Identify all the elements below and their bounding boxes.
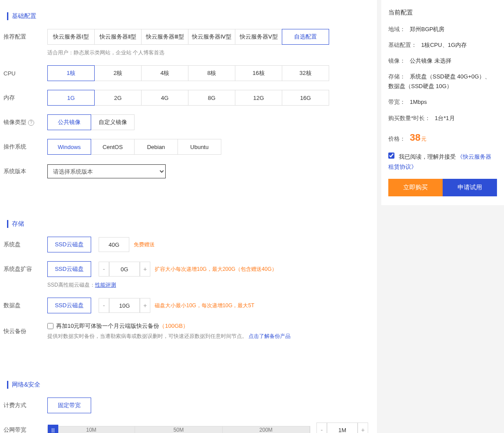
img-opts-option-1[interactable]: 自定义镜像 — [91, 114, 135, 130]
cpu-opts-option-4[interactable]: 16核 — [235, 65, 282, 81]
datadisk-plus[interactable]: + — [140, 298, 150, 313]
rec-opts-option-4[interactable]: 快云服务器Ⅴ型 — [235, 29, 282, 45]
os-opts-option-3[interactable]: Ubuntu — [177, 139, 221, 155]
section-title-basic: 基础配置 — [7, 12, 368, 20]
sysdisk-type[interactable]: SSD云磁盘 — [47, 237, 91, 252]
mem-opts-option-5[interactable]: 16G — [282, 90, 329, 106]
bandwidth-handle[interactable] — [48, 425, 58, 433]
rec-opts-option-3[interactable]: 快云服务器Ⅳ型 — [188, 29, 235, 45]
help-icon[interactable]: ? — [28, 120, 34, 126]
label-backup: 快云备份 — [4, 327, 47, 335]
datadisk-size[interactable]: 10G — [109, 298, 140, 313]
summary-basic: 1核CPU、1G内存 — [421, 40, 467, 50]
backup-checkbox-row[interactable]: 再加10元即可体验一个月云端版快云备份 （100GB） — [47, 322, 188, 330]
section-title-storage: 存储 — [7, 220, 368, 228]
summary-bandwidth: 1Mbps — [410, 97, 427, 107]
label-datadisk: 数据盘 — [4, 302, 47, 309]
cpu-opts-option-1[interactable]: 2核 — [94, 65, 142, 81]
trial-button[interactable]: 申请试用 — [443, 179, 497, 196]
slider-mark-200m: 200M — [223, 426, 310, 433]
label-memory: 内存 — [4, 94, 47, 102]
summary-sidebar: 当前配置 地域：郑州BGP机房 基础配置：1核CPU、1G内存 镜像：公共镜像 … — [381, 0, 504, 205]
os-opts-option-2[interactable]: Debian — [134, 139, 178, 155]
label-image-type: 镜像类型? — [4, 118, 47, 126]
os-opts-option-1[interactable]: CentOS — [91, 139, 135, 155]
cpu-opts-option-0[interactable]: 1核 — [47, 65, 95, 81]
slider-mark-10m: 10M — [48, 426, 135, 433]
summary-image: 公共镜像 未选择 — [410, 56, 451, 66]
label-bandwidth: 公网带宽 — [4, 426, 47, 433]
cpu-opts-option-2[interactable]: 4核 — [141, 65, 188, 81]
mem-opts-option-3[interactable]: 8G — [188, 90, 235, 106]
network-panel: 网络&安全 计费方式 固定带宽 公网带宽 10M 50M 200M - 1M + — [0, 369, 377, 433]
buy-button[interactable]: 立即购买 — [388, 179, 443, 196]
mem-opts-option-2[interactable]: 4G — [141, 90, 188, 106]
datadisk-note: 磁盘大小最小10G，每次递增10G，最大5T — [155, 302, 254, 309]
rec-opts-option-2[interactable]: 快云服务器Ⅲ型 — [141, 29, 188, 45]
rec-opts-option-0[interactable]: 快云服务器Ⅰ型 — [47, 29, 95, 45]
datadisk-minus[interactable]: - — [99, 298, 109, 313]
label-sysversion: 系统版本 — [4, 167, 47, 175]
bandwidth-slider[interactable]: 10M 50M 200M — [47, 426, 310, 433]
rec-opts-option-5[interactable]: 自选配置 — [282, 29, 329, 45]
bandwidth-plus[interactable]: + — [358, 422, 368, 433]
rec-opts-option-1[interactable]: 快云服务器Ⅱ型 — [94, 29, 142, 45]
agree-row[interactable]: 我已阅读，理解并接受 《快云服务器租赁协议》 — [388, 153, 491, 170]
img-opts-option-0[interactable]: 公共镜像 — [47, 114, 91, 130]
label-cpu: CPU — [4, 70, 47, 77]
summary-qty: 1台*1月 — [435, 114, 455, 123]
recommend-hint: 适合用户：静态展示类网站，企业站 个人博客首选 — [4, 49, 368, 57]
summary-region: 郑州BGP机房 — [410, 25, 444, 34]
system-version-select[interactable]: 请选择系统版本 — [47, 164, 166, 178]
label-billing: 计费方式 — [4, 401, 47, 409]
mem-opts-option-0[interactable]: 1G — [47, 90, 95, 106]
cpu-opts-option-3[interactable]: 8核 — [188, 65, 235, 81]
agree-checkbox[interactable] — [388, 153, 394, 159]
mem-opts-option-4[interactable]: 12G — [235, 90, 282, 106]
sysdisk-gift: 免费赠送 — [134, 241, 155, 248]
backup-link[interactable]: 点击了解备份产品 — [248, 333, 291, 339]
cpu-opts-option-5[interactable]: 32核 — [282, 65, 329, 81]
storage-panel: 存储 系统盘 SSD云磁盘 40G 免费赠送 系统盘扩容 SSD云磁盘 - 0G… — [0, 208, 377, 362]
backup-hint: 提供对数据实时备份，当遭勒索病毒或数据误删时，可快速还原数据到任意时间节点。 — [47, 333, 247, 339]
summary-title: 当前配置 — [388, 9, 497, 17]
label-sysdisk: 系统盘 — [4, 241, 47, 248]
sysdisk-ext-note: 扩容大小每次递增10G，最大200G（包含赠送40G） — [155, 266, 277, 273]
mem-opts-option-1[interactable]: 2G — [94, 90, 142, 106]
datadisk-type[interactable]: SSD云磁盘 — [47, 298, 91, 313]
backup-checkbox[interactable] — [47, 323, 53, 329]
bandwidth-minus[interactable]: - — [316, 422, 327, 433]
bill-opts-option-0[interactable]: 固定带宽 — [47, 398, 91, 413]
sysdisk-ext-plus[interactable]: + — [140, 262, 150, 277]
label-recommend: 推荐配置 — [4, 33, 47, 41]
label-sysdisk-ext: 系统盘扩容 — [4, 265, 47, 273]
slider-mark-50m: 50M — [135, 426, 222, 433]
sysdisk-ext-size[interactable]: 0G — [109, 262, 140, 277]
bandwidth-value[interactable]: 1M — [327, 422, 358, 433]
perf-link[interactable]: 性能评测 — [95, 282, 116, 288]
sysdisk-size: 40G — [99, 237, 129, 252]
os-opts-option-0[interactable]: Windows — [47, 139, 91, 155]
sysdisk-ext-minus[interactable]: - — [99, 262, 109, 277]
basic-config-panel: 基础配置 推荐配置 快云服务器Ⅰ型快云服务器Ⅱ型快云服务器Ⅲ型快云服务器Ⅳ型快云… — [0, 0, 377, 201]
perf-label: SSD高性能云磁盘： — [47, 282, 95, 288]
sysdisk-ext-type[interactable]: SSD云磁盘 — [47, 261, 91, 277]
section-title-network: 网络&安全 — [7, 381, 368, 389]
summary-price: 38 — [410, 129, 420, 146]
label-os: 操作系统 — [4, 143, 47, 151]
